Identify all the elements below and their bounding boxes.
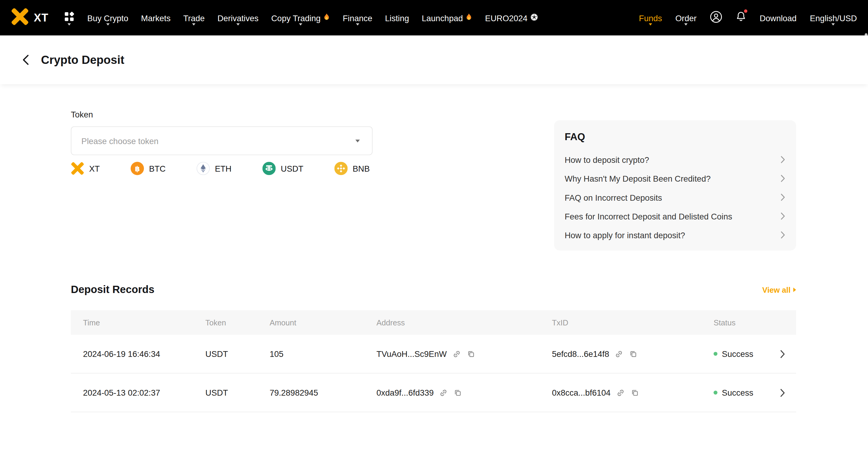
copy-icon[interactable] <box>630 388 639 397</box>
nav-item-funds[interactable]: Funds <box>639 13 662 22</box>
faq-item-how-to-deposit[interactable]: How to deposit crypto? <box>565 150 785 169</box>
xt-logo-icon <box>11 8 29 28</box>
cell-amount: 105 <box>270 349 376 358</box>
row-chevron-icon[interactable] <box>780 349 785 358</box>
nav-item-order[interactable]: Order <box>675 13 696 22</box>
nav-item-download[interactable]: Download <box>760 13 797 22</box>
table-row[interactable]: 2024-06-19 16:46:34 USDT 105 TVuAoH...Sc… <box>71 335 796 374</box>
token-select[interactable]: Please choose token <box>71 126 373 155</box>
apps-grid-icon <box>64 11 74 24</box>
token-field-label: Token <box>71 110 373 119</box>
chevron-down-icon <box>106 23 110 25</box>
faq-item-label: Why Hasn't My Deposit Been Credited? <box>565 174 711 183</box>
deposit-records-title: Deposit Records <box>71 284 154 296</box>
nav-label: Order <box>675 13 696 22</box>
chevron-right-icon <box>781 155 785 164</box>
deposit-records-section: Deposit Records View all Time Token Amou… <box>71 284 796 412</box>
faq-item-fees-delisted[interactable]: Fees for Incorrect Deposit and Delisted … <box>565 207 785 226</box>
nav-label: Listing <box>385 13 409 22</box>
token-option-xt[interactable]: XT <box>71 162 99 175</box>
nav-item-finance[interactable]: Finance <box>343 13 372 22</box>
cell-time: 2024-05-13 02:02:37 <box>71 388 205 397</box>
user-menu: Funds Order <box>639 10 857 25</box>
cell-txid: 0x8cca...bf6104 <box>552 388 713 397</box>
token-option-bnb[interactable]: BNB <box>335 162 370 175</box>
column-header-time: Time <box>71 318 205 327</box>
nav-label: Launchpad <box>422 13 463 22</box>
fire-icon <box>466 13 472 22</box>
soccer-ball-icon <box>530 13 538 22</box>
copy-icon[interactable] <box>467 349 475 358</box>
btc-coin-icon: ฿ <box>131 162 144 175</box>
chevron-down-icon <box>355 139 360 142</box>
column-header-txid: TxID <box>552 318 713 327</box>
link-icon[interactable] <box>439 388 448 397</box>
token-select-placeholder: Please choose token <box>81 136 158 145</box>
cell-txid: 5efcd8...6e14f8 <box>552 349 713 358</box>
notification-dot <box>744 9 747 13</box>
faq-item-instant-deposit[interactable]: How to apply for instant deposit? <box>565 226 785 244</box>
status-dot <box>713 391 717 395</box>
nav-label: Download <box>760 13 797 22</box>
bnb-coin-icon <box>335 162 348 175</box>
nav-item-buy-crypto[interactable]: Buy Crypto <box>87 13 128 22</box>
copy-icon[interactable] <box>454 388 462 397</box>
arrow-right-icon <box>793 288 796 292</box>
xt-logo[interactable]: XT <box>11 8 49 28</box>
bell-icon <box>736 11 746 25</box>
notifications-button[interactable] <box>736 11 746 25</box>
deposit-records-table: Time Token Amount Address TxID Status 20… <box>71 310 796 412</box>
faq-panel: FAQ How to deposit crypto? Why Hasn't My… <box>554 120 796 250</box>
view-all-label: View all <box>762 286 790 294</box>
nav-item-copy-trading[interactable]: Copy Trading <box>271 13 330 22</box>
chevron-down-icon <box>236 23 240 25</box>
chevron-down-icon <box>299 23 303 25</box>
token-option-eth[interactable]: ETH <box>196 162 231 175</box>
link-icon[interactable] <box>616 388 625 397</box>
faq-item-label: FAQ on Incorrect Deposits <box>565 193 662 202</box>
view-all-link[interactable]: View all <box>762 286 796 294</box>
column-header-amount: Amount <box>270 318 376 327</box>
account-button[interactable] <box>710 10 722 25</box>
quick-token-list: XT ฿ BTC ETH <box>71 162 373 175</box>
token-option-label: ETH <box>215 164 232 173</box>
xt-logo-text: XT <box>34 11 49 24</box>
faq-item-incorrect-deposits[interactable]: FAQ on Incorrect Deposits <box>565 188 785 207</box>
page-title: Crypto Deposit <box>41 53 124 67</box>
user-profile-icon <box>710 10 722 25</box>
copy-icon[interactable] <box>629 349 638 358</box>
back-button[interactable] <box>22 54 29 65</box>
nav-item-listing[interactable]: Listing <box>385 13 409 22</box>
token-option-btc[interactable]: ฿ BTC <box>131 162 165 175</box>
crypto-deposit-page: XT Buy Crypto Markets Trade <box>0 0 868 471</box>
nav-item-language-currency[interactable]: English/USD <box>810 13 857 22</box>
faq-item-label: How to deposit crypto? <box>565 155 649 165</box>
link-icon[interactable] <box>452 349 461 358</box>
nav-item-launchpad[interactable]: Launchpad <box>422 13 472 22</box>
fire-icon <box>323 13 330 22</box>
apps-grid-button[interactable] <box>64 11 74 24</box>
table-row[interactable]: 2024-05-13 02:02:37 USDT 79.28982945 0xd… <box>71 374 796 412</box>
nav-item-trade[interactable]: Trade <box>183 13 205 22</box>
token-option-usdt[interactable]: USDT <box>262 162 303 175</box>
token-option-label: XT <box>89 164 100 173</box>
chevron-down-icon <box>67 23 71 25</box>
chevron-down-icon <box>684 23 687 25</box>
txid-text: 0x8cca...bf6104 <box>552 388 611 397</box>
link-icon[interactable] <box>615 349 624 358</box>
nav-item-derivatives[interactable]: Derivatives <box>217 13 258 22</box>
nav-item-markets[interactable]: Markets <box>141 13 170 22</box>
chevron-down-icon <box>649 23 652 25</box>
nav-item-euro2024[interactable]: EURO2024 <box>485 13 538 22</box>
txid-text: 5efcd8...6e14f8 <box>552 349 609 358</box>
nav-label: EURO2024 <box>485 13 527 22</box>
cell-amount: 79.28982945 <box>270 388 376 397</box>
faq-item-not-credited[interactable]: Why Hasn't My Deposit Been Credited? <box>565 169 785 188</box>
row-chevron-icon[interactable] <box>780 388 785 397</box>
nav-label: Copy Trading <box>271 13 320 22</box>
faq-item-label: How to apply for instant deposit? <box>565 230 685 240</box>
column-header-status: Status <box>713 318 796 327</box>
status-badge: Success <box>713 349 753 358</box>
address-text: TVuAoH...Sc9EnW <box>376 349 447 358</box>
column-header-address: Address <box>376 318 552 327</box>
